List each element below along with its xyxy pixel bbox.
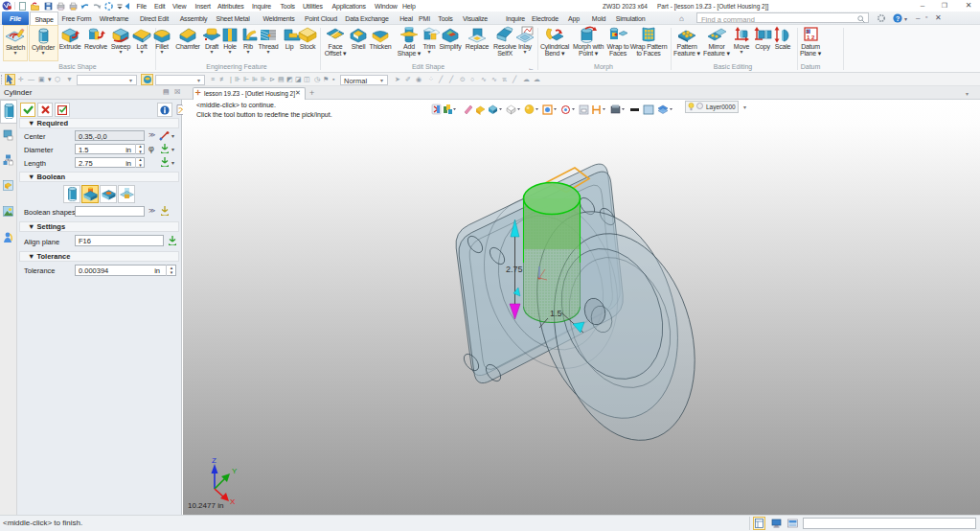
svg-text:1 2: 1 2 [807, 34, 815, 39]
svg-text:1.5: 1.5 [550, 309, 562, 318]
svg-text:2.75: 2.75 [506, 265, 523, 274]
svg-text:Z: Z [212, 456, 217, 465]
svg-text:X: X [230, 497, 236, 504]
svg-text:Y: Y [232, 467, 238, 475]
svg-text:?: ? [896, 15, 900, 22]
